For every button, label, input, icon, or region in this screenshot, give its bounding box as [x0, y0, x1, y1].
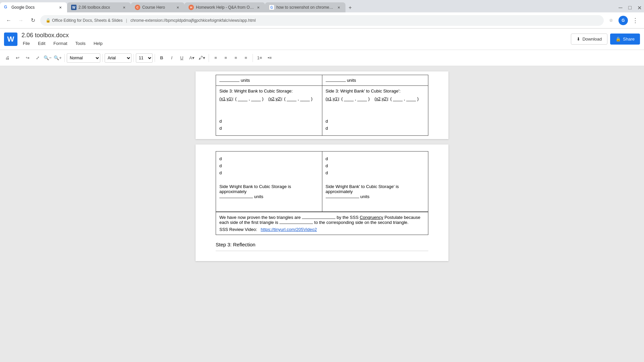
download-icon: ⬇ — [577, 37, 580, 42]
download-button[interactable]: ⬇ Download — [571, 34, 607, 45]
style-select[interactable]: Normal — [67, 53, 100, 63]
address-bar: ← → ↻ 🔒 Office Editing for Docs, Sheets … — [0, 12, 644, 28]
tab-google-docs[interactable]: G Google Docs ✕ — [0, 2, 67, 12]
left-d2-3: d — [219, 170, 319, 175]
fit-button[interactable]: ⤢ — [33, 53, 42, 63]
tab-coursehero-close[interactable]: ✕ — [175, 5, 180, 10]
new-tab-button[interactable]: + — [345, 3, 355, 12]
toolbar-separator-6 — [253, 54, 253, 62]
justify-button[interactable]: ≡ — [241, 53, 251, 63]
zoom-out-button[interactable]: 🔍− — [43, 53, 52, 63]
toolbar: 🖨 ↩ ↪ ⤢ 🔍− 🔍+ Normal Arial 11 B I U A▾ 🖍… — [0, 50, 644, 66]
cell-left-side3: Side 3: Wright Bank to Cubic Storage: (x… — [216, 86, 322, 136]
back-button[interactable]: ← — [4, 16, 13, 25]
align-left-button[interactable]: ≡ — [211, 53, 220, 63]
blank-line-right-units — [326, 81, 346, 82]
table-row-side3: Side 3: Wright Bank to Cubic Storage: (x… — [216, 86, 428, 136]
browser: G Google Docs ✕ W 2.06 toolbox.docx ✕ C … — [0, 0, 644, 28]
tab-homework[interactable]: H Homework Help - Q&A from Onli... ✕ — [184, 2, 265, 12]
proof-cell: We have now proven the two triangles are… — [216, 212, 428, 235]
tab-google-docs-close[interactable]: ✕ — [58, 5, 63, 10]
lock-icon: 🔒 — [46, 18, 51, 23]
word-favicon: W — [71, 5, 76, 10]
ordered-list-button[interactable]: 1≡ — [255, 53, 264, 63]
blank-line-left-units — [219, 81, 239, 82]
cell-right-units: units — [322, 75, 428, 86]
bold-button[interactable]: B — [157, 53, 166, 63]
screenshot-favicon: G — [269, 5, 274, 10]
left-d-line-1: d — [219, 119, 319, 124]
doc-title-area: 2.06 toolbox.docx File Edit Format Tools… — [21, 32, 571, 47]
tab-screenshot[interactable]: G how to screenshot on chromebo... ✕ — [265, 2, 345, 12]
right-summary: Side Wright Bank' to Cubic Storage' is a… — [326, 184, 425, 199]
italic-button[interactable]: I — [167, 53, 176, 63]
tab-coursehero[interactable]: C Course Hero ✕ — [131, 2, 184, 12]
tab-screenshot-close[interactable]: ✕ — [336, 5, 341, 10]
page-1: units units Side 3: Wright Bank to Cubic… — [196, 71, 448, 139]
left-d2-1: d — [219, 156, 319, 161]
font-select[interactable]: Arial — [105, 53, 131, 63]
doc-menu: File Edit Format Tools Help — [21, 40, 571, 47]
document-area: units units Side 3: Wright Bank to Cubic… — [0, 66, 644, 362]
font-size-select[interactable]: 11 — [136, 53, 153, 63]
menu-file[interactable]: File — [21, 40, 31, 47]
print-button[interactable]: 🖨 — [3, 53, 12, 63]
cell-left-d-values: d d d Side Wright Bank to Cubic Storage … — [216, 152, 322, 212]
left-coord1-value: : ( ____ , ____ ) — [233, 96, 267, 101]
tab-homework-close[interactable]: ✕ — [256, 5, 261, 10]
address-input[interactable]: 🔒 Office Editing for Docs, Sheets & Slid… — [40, 15, 604, 26]
review-video-line: SSS Review Video: https://tinyurl.com/20… — [219, 227, 425, 232]
proof-table: We have now proven the two triangles are… — [216, 212, 428, 235]
toolbar-separator-3 — [133, 54, 134, 62]
right-side3-title: Side 3: Wright Bank' to Cubic Storage': — [326, 88, 425, 94]
bookmark-button[interactable]: ☆ — [606, 16, 616, 25]
left-summary: Side Wright Bank to Cubic Storage is app… — [219, 184, 319, 199]
share-icon: 🔒 — [615, 37, 621, 42]
right-coords: (x1,y1): ( ____ , ____ ) (x2,y2): ( ____… — [326, 96, 425, 101]
coursehero-favicon: C — [135, 5, 140, 10]
cell-left-units: units — [216, 75, 322, 86]
tab-toolbox-close[interactable]: ✕ — [121, 5, 127, 10]
tab-google-docs-title: Google Docs — [11, 5, 56, 10]
underline-button[interactable]: U — [177, 53, 186, 63]
cell-right-side3: Side 3: Wright Bank' to Cubic Storage': … — [322, 86, 428, 136]
share-label: Share — [623, 37, 635, 42]
zoom-in-button[interactable]: 🔍+ — [53, 53, 62, 63]
reload-button[interactable]: ↻ — [28, 16, 38, 25]
menu-button[interactable]: ⋮ — [631, 16, 640, 25]
forward-button[interactable]: → — [16, 16, 25, 25]
window-minimize[interactable]: ─ — [616, 3, 625, 12]
google-docs-favicon: G — [4, 5, 9, 10]
tab-screenshot-title: how to screenshot on chromebo... — [276, 5, 335, 10]
units-right: units — [347, 78, 356, 83]
redo-button[interactable]: ↪ — [23, 53, 32, 63]
window-restore[interactable]: □ — [625, 3, 635, 12]
text-color-button[interactable]: A▾ — [187, 53, 197, 63]
menu-tools[interactable]: Tools — [74, 40, 87, 47]
align-center-button[interactable]: ≡ — [221, 53, 230, 63]
unordered-list-button[interactable]: •≡ — [265, 53, 274, 63]
left-side3-title: Side 3: Wright Bank to Cubic Storage: — [219, 88, 319, 94]
right-d2-3: d — [326, 170, 425, 175]
proof-blank — [302, 219, 335, 219]
download-label: Download — [582, 37, 602, 42]
tab-toolbox[interactable]: W 2.06 toolbox.docx ✕ — [67, 2, 131, 12]
right-coord2-label: (x2,y2) — [374, 96, 388, 101]
share-button[interactable]: 🔒 Share — [610, 34, 640, 45]
window-close[interactable]: ✕ — [635, 3, 644, 12]
menu-edit[interactable]: Edit — [37, 40, 47, 47]
menu-format[interactable]: Format — [52, 40, 68, 47]
left-coord2-value: : ( ____ , ____ ) — [282, 96, 313, 101]
tab-homework-title: Homework Help - Q&A from Onli... — [196, 5, 254, 10]
highlight-button[interactable]: 🖍▾ — [197, 53, 207, 63]
right-d-line-2: d — [326, 126, 425, 131]
proof-blank-2 — [279, 224, 313, 224]
menu-help[interactable]: Help — [92, 40, 104, 47]
table-page2-main: d d d Side Wright Bank to Cubic Storage … — [216, 151, 428, 212]
undo-button[interactable]: ↩ — [13, 53, 22, 63]
align-right-button[interactable]: ≡ — [231, 53, 240, 63]
review-link[interactable]: https://tinyurl.com/205Video2 — [261, 227, 317, 232]
profile-icon[interactable]: G — [619, 16, 628, 25]
table-page1: units units Side 3: Wright Bank to Cubic… — [216, 75, 428, 136]
homework-favicon: H — [189, 5, 194, 10]
